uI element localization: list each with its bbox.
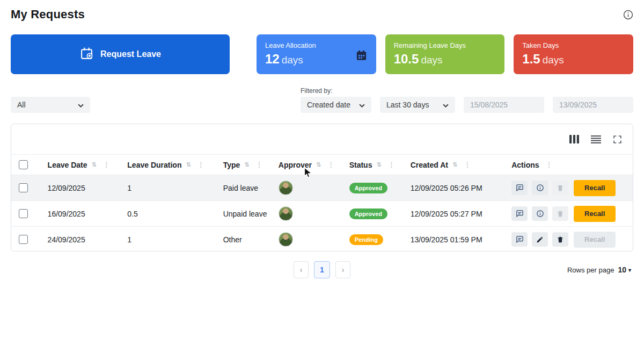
chevron-down-icon xyxy=(443,100,449,109)
column-menu-icon[interactable]: ⋮ xyxy=(101,161,110,169)
actions-cell: Recall xyxy=(493,180,633,196)
stat-label: Taken Days xyxy=(522,41,625,49)
table-header-row: Leave Date ⇅ ⋮ Leave Duration ⇅ ⋮ Type ⇅… xyxy=(11,154,633,175)
caret-down-icon: ▾ xyxy=(628,267,631,273)
leave-date-cell: 24/09/2025 xyxy=(40,235,120,244)
sort-icon[interactable]: ⇅ xyxy=(452,161,457,168)
rows-per-page-select[interactable]: 10 ▾ xyxy=(618,265,631,274)
column-header-leave-date[interactable]: Leave Date ⇅ ⋮ xyxy=(40,161,120,169)
sort-icon[interactable]: ⇅ xyxy=(244,161,249,168)
date-from-input[interactable]: 15/08/2025 xyxy=(464,97,544,113)
sort-icon[interactable]: ⇅ xyxy=(92,161,97,168)
row-checkbox[interactable] xyxy=(19,235,28,244)
info-button[interactable] xyxy=(532,206,548,221)
status-badge: Approved xyxy=(349,209,387,219)
request-leave-label: Request Leave xyxy=(100,49,161,59)
comment-button[interactable] xyxy=(511,206,528,221)
approver-avatar[interactable] xyxy=(279,232,293,247)
sort-icon[interactable]: ⇅ xyxy=(186,161,191,168)
info-icon[interactable] xyxy=(623,10,633,20)
created-at-cell: 12/09/2025 05:26 PM xyxy=(403,184,494,192)
column-menu-icon[interactable]: ⋮ xyxy=(325,161,334,169)
date-to-input[interactable]: 13/09/2025 xyxy=(553,97,633,113)
delete-button[interactable] xyxy=(552,232,568,247)
leave-date-cell: 16/09/2025 xyxy=(40,210,120,218)
recall-button[interactable]: Recall xyxy=(574,180,616,196)
row-checkbox[interactable] xyxy=(19,209,28,218)
request-leave-button[interactable]: Request Leave xyxy=(11,34,230,74)
comment-button[interactable] xyxy=(511,181,528,195)
status-badge: Pending xyxy=(349,234,383,245)
column-label: Created At xyxy=(411,161,448,169)
approver-avatar[interactable] xyxy=(279,181,293,195)
type-cell: Paid leave xyxy=(216,184,271,192)
comment-button[interactable] xyxy=(511,232,528,247)
row-checkbox[interactable] xyxy=(19,183,28,192)
column-label: Status xyxy=(349,161,372,169)
date-from-value: 15/08/2025 xyxy=(470,100,508,109)
select-all-cell xyxy=(11,160,40,169)
row-density-icon[interactable] xyxy=(591,135,601,143)
table-row: 16/09/2025 0.5 Unpaid leave Approved 12/… xyxy=(11,200,633,226)
filter-field-value: Created date xyxy=(307,100,350,109)
calendar-add-icon xyxy=(79,47,94,62)
column-label: Approver xyxy=(279,161,312,169)
edit-button[interactable] xyxy=(532,232,548,247)
page-title: My Requests xyxy=(11,8,85,21)
leave-duration-cell: 0.5 xyxy=(120,210,215,218)
table-row: 24/09/2025 1 Other Pending 13/09/2025 01… xyxy=(11,226,633,251)
column-label: Actions xyxy=(511,161,539,169)
column-menu-icon[interactable]: ⋮ xyxy=(544,161,553,169)
leave-allocation-card: Leave Allocation 12days xyxy=(257,34,376,74)
column-header-leave-duration[interactable]: Leave Duration ⇅ ⋮ xyxy=(120,161,215,169)
filter-field-select[interactable]: Created date xyxy=(301,97,371,113)
column-header-created-at[interactable]: Created At ⇅ ⋮ xyxy=(403,161,494,169)
column-header-actions[interactable]: Actions ⋮ xyxy=(493,161,633,169)
column-menu-icon[interactable]: ⋮ xyxy=(195,161,204,169)
column-header-status[interactable]: Status ⇅ ⋮ xyxy=(342,161,403,169)
chevron-down-icon xyxy=(359,100,365,109)
date-range-select[interactable]: Last 30 days xyxy=(380,97,455,113)
summary-cards-row: Request Leave Leave Allocation 12days xyxy=(11,34,633,74)
current-page-button[interactable]: 1 xyxy=(314,261,330,278)
columns-icon[interactable] xyxy=(569,135,579,143)
fullscreen-icon[interactable] xyxy=(613,135,622,144)
recall-button[interactable]: Recall xyxy=(574,206,616,222)
filtered-by-label: Filtered by: xyxy=(301,87,332,95)
column-header-approver[interactable]: Approver ⇅ ⋮ xyxy=(271,161,342,169)
next-page-button[interactable]: › xyxy=(335,261,350,278)
created-at-cell: 13/09/2025 01:59 PM xyxy=(403,235,494,244)
column-header-type[interactable]: Type ⇅ ⋮ xyxy=(216,161,271,169)
stat-label: Remaining Leave Days xyxy=(394,41,496,49)
requests-table-card: Leave Date ⇅ ⋮ Leave Duration ⇅ ⋮ Type ⇅… xyxy=(11,124,633,251)
column-menu-icon[interactable]: ⋮ xyxy=(462,161,471,169)
chevron-down-icon xyxy=(78,100,84,109)
taken-days-card: Taken Days 1.5days xyxy=(514,34,633,74)
stat-value: 1.5days xyxy=(522,53,625,66)
actions-cell: Recall xyxy=(493,232,633,248)
pagination: ‹ 1 › Rows per page 10 ▾ xyxy=(11,261,633,278)
type-cell: Other xyxy=(216,235,271,244)
delete-button-disabled xyxy=(552,206,568,221)
column-menu-icon[interactable]: ⋮ xyxy=(254,161,263,169)
remaining-leave-days-card: Remaining Leave Days 10.5days xyxy=(385,34,505,74)
approver-avatar[interactable] xyxy=(279,206,293,221)
rows-per-page: Rows per page 10 ▾ xyxy=(567,265,631,274)
column-label: Type xyxy=(223,161,240,169)
info-button[interactable] xyxy=(532,181,548,195)
filters-row: All Filtered by: Created date Last 30 da… xyxy=(11,97,633,113)
rows-per-page-label: Rows per page xyxy=(567,266,614,274)
my-requests-page: My Requests Request Leave Leave Allocati… xyxy=(0,0,644,345)
stat-label: Leave Allocation xyxy=(265,41,368,49)
scope-filter-select[interactable]: All xyxy=(11,97,90,113)
status-badge: Approved xyxy=(349,183,387,193)
prev-page-button[interactable]: ‹ xyxy=(294,261,309,278)
select-all-checkbox[interactable] xyxy=(19,160,28,169)
page-header: My Requests xyxy=(11,8,633,27)
column-menu-icon[interactable]: ⋮ xyxy=(386,161,395,169)
table-toolbar xyxy=(11,124,633,154)
date-range-value: Last 30 days xyxy=(386,100,429,109)
sort-icon[interactable]: ⇅ xyxy=(316,161,321,168)
sort-icon[interactable]: ⇅ xyxy=(376,161,381,168)
actions-cell: Recall xyxy=(493,206,633,222)
